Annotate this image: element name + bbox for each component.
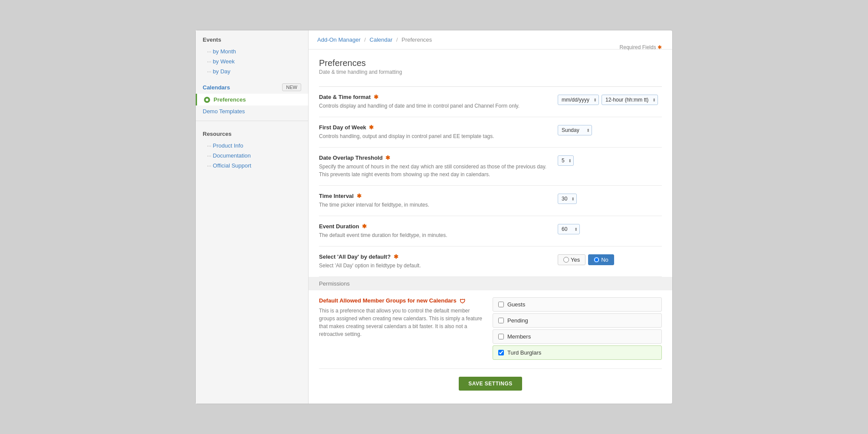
sidebar-link-by-day[interactable]: by Day [196, 66, 308, 76]
checkbox-guests-input[interactable] [498, 302, 504, 307]
demo-templates-link[interactable]: Demo Templates [196, 105, 308, 117]
time-interval-select-wrapper: 30 15 60 [558, 194, 577, 204]
radio-yes-label: Yes [571, 256, 580, 263]
select-all-day-row: Select 'All Day' by default? ✱ Select 'A… [319, 247, 662, 277]
checkbox-guests-label: Guests [507, 301, 525, 308]
page-title: Preferences [319, 58, 402, 68]
event-duration-control: 60 30 90 120 [558, 223, 662, 234]
time-interval-label-col: Time Interval ✱ The time picker interval… [319, 193, 558, 209]
save-settings-button[interactable]: SAVE SETTINGS [459, 377, 522, 391]
checkbox-turd-burglars-label: Turd Burglars [507, 349, 541, 356]
date-time-format-label-col: Date & Time format ✱ Controls display an… [319, 94, 558, 110]
date-time-format-label: Date & Time format ✱ [319, 94, 549, 100]
sidebar: Events by Month by Week by Day Calendars… [196, 30, 309, 404]
resources-section-title: Resources [196, 125, 308, 141]
first-day-of-week-row: First Day of Week ✱ Controls handling, o… [319, 117, 662, 148]
breadcrumb-calendar[interactable]: Calendar [370, 36, 393, 43]
time-format-select[interactable]: 12-hour (hh:mm tt) 24-hour (hh:mm) [602, 95, 658, 105]
req-star-6: ✱ [394, 253, 398, 260]
date-overlap-control: 5 1 2 3 4 6 [558, 155, 662, 166]
time-interval-label: Time Interval ✱ [319, 193, 549, 199]
sidebar-link-by-week[interactable]: by Week [196, 56, 308, 66]
first-day-select[interactable]: Sunday Monday Saturday [558, 125, 592, 135]
event-duration-desc: The default event time duration for fiel… [319, 231, 549, 239]
time-interval-control: 30 15 60 [558, 193, 662, 204]
breadcrumb: Add-On Manager / Calendar / Preferences [309, 30, 672, 49]
required-star: ✱ [658, 44, 662, 50]
date-time-format-row: Date & Time format ✱ Controls display an… [319, 87, 662, 117]
checkbox-members-input[interactable] [498, 334, 504, 339]
time-interval-desc: The time picker interval for fieldtype, … [319, 201, 549, 209]
select-all-day-desc: Select 'All Day' option in fieldtype by … [319, 262, 549, 270]
time-format-wrapper: 12-hour (hh:mm tt) 24-hour (hh:mm) [602, 95, 658, 105]
breadcrumb-sep-1: / [364, 36, 366, 43]
select-all-day-label: Select 'All Day' by default? ✱ [319, 253, 549, 260]
date-time-format-controls: mm/dd/yyyy dd/mm/yyyy yyyy/mm/dd 12-hour… [558, 94, 662, 105]
active-indicator-dot [204, 97, 210, 103]
date-time-format-desc: Controls display and handling of date an… [319, 102, 549, 110]
event-duration-label-col: Event Duration ✱ The default event time … [319, 223, 558, 239]
required-fields-label: Required Fields ✱ [620, 44, 662, 50]
new-calendar-button[interactable]: NEW [282, 83, 301, 91]
permissions-section-label: Permissions [309, 277, 672, 290]
default-groups-title: Default Allowed Member Groups for new Ca… [319, 297, 484, 304]
radio-no-input[interactable] [594, 257, 599, 263]
preferences-link[interactable]: Preferences [214, 96, 246, 103]
breadcrumb-current: Preferences [401, 36, 432, 43]
content-area: Preferences Date & time handling and for… [309, 49, 672, 404]
date-overlap-label-col: Date Overlap Threshold ✱ Specify the amo… [319, 155, 558, 178]
first-day-desc: Controls handling, output and display in… [319, 132, 549, 140]
req-star-3: ✱ [385, 155, 390, 161]
default-groups-desc: This is a preference that allows you to … [319, 307, 484, 338]
events-section-title: Events [196, 30, 308, 46]
shield-icon: 🛡 [460, 298, 466, 304]
radio-no[interactable]: No [588, 254, 614, 265]
checkbox-pending[interactable]: Pending [493, 313, 662, 328]
first-day-control: Sunday Monday Saturday [558, 124, 662, 135]
date-overlap-select-wrapper: 5 1 2 3 4 6 [558, 155, 574, 166]
breadcrumb-sep-2: / [396, 36, 398, 43]
req-star-4: ✱ [357, 193, 362, 199]
checkbox-guests[interactable]: Guests [493, 297, 662, 312]
breadcrumb-addon-manager[interactable]: Add-On Manager [317, 36, 361, 43]
radio-yes-input[interactable] [563, 257, 569, 263]
page-subtitle: Date & time handling and formatting [319, 69, 402, 75]
checkbox-turd-burglars-input[interactable] [498, 350, 504, 355]
select-all-day-controls: Yes No [558, 253, 662, 265]
date-overlap-row: Date Overlap Threshold ✱ Specify the amo… [319, 148, 662, 186]
checkbox-pending-label: Pending [507, 317, 528, 324]
date-format-wrapper: mm/dd/yyyy dd/mm/yyyy yyyy/mm/dd [558, 95, 599, 105]
radio-no-label: No [601, 256, 608, 263]
time-interval-row: Time Interval ✱ The time picker interval… [319, 186, 662, 216]
checkbox-members-label: Members [507, 333, 531, 340]
first-day-label: First Day of Week ✱ [319, 124, 549, 131]
event-duration-select-wrapper: 60 30 90 120 [558, 224, 580, 234]
calendars-header-link[interactable]: Calendars [203, 84, 230, 91]
sidebar-link-official-support[interactable]: Official Support [196, 161, 308, 171]
req-star-1: ✱ [374, 94, 378, 100]
event-duration-select[interactable]: 60 30 90 120 [558, 224, 580, 234]
select-all-day-label-col: Select 'All Day' by default? ✱ Select 'A… [319, 253, 558, 270]
date-overlap-desc: Specify the amount of hours in the next … [319, 163, 549, 178]
date-format-select[interactable]: mm/dd/yyyy dd/mm/yyyy yyyy/mm/dd [558, 95, 599, 105]
checkbox-turd-burglars[interactable]: Turd Burglars [493, 345, 662, 360]
first-day-select-wrapper: Sunday Monday Saturday [558, 125, 592, 135]
event-duration-label: Event Duration ✱ [319, 223, 549, 230]
default-member-groups-row: Default Allowed Member Groups for new Ca… [319, 290, 662, 369]
sidebar-active-preferences: Preferences [196, 94, 308, 105]
checkbox-pending-input[interactable] [498, 318, 504, 323]
event-duration-row: Event Duration ✱ The default event time … [319, 216, 662, 247]
default-groups-label-col: Default Allowed Member Groups for new Ca… [319, 297, 493, 338]
radio-yes[interactable]: Yes [558, 254, 585, 265]
sidebar-link-by-month[interactable]: by Month [196, 46, 308, 56]
first-day-label-col: First Day of Week ✱ Controls handling, o… [319, 124, 558, 140]
date-overlap-select[interactable]: 5 1 2 3 4 6 [558, 155, 574, 166]
checkbox-members[interactable]: Members [493, 329, 662, 344]
sidebar-link-product-info[interactable]: Product Info [196, 141, 308, 151]
sidebar-link-documentation[interactable]: Documentation [196, 151, 308, 161]
date-overlap-label: Date Overlap Threshold ✱ [319, 155, 549, 161]
settings-section: Date & Time format ✱ Controls display an… [319, 86, 662, 277]
time-interval-select[interactable]: 30 15 60 [558, 194, 577, 204]
req-star-5: ✱ [362, 223, 367, 230]
req-star-2: ✱ [369, 124, 374, 131]
